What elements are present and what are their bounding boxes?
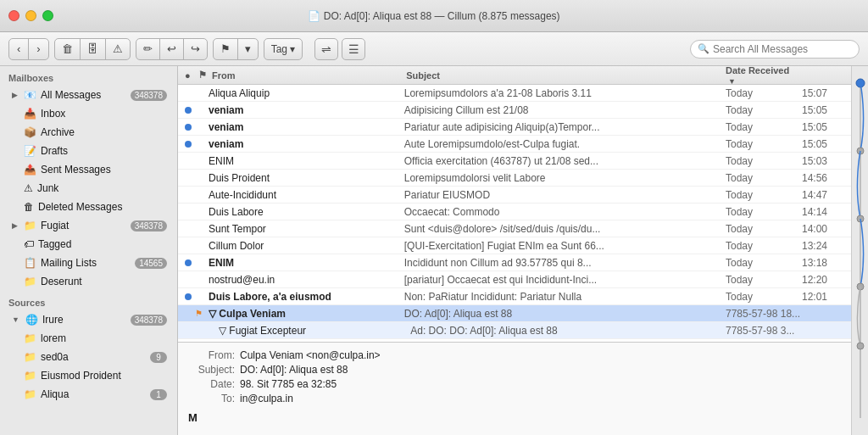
- time-cell: 14:14: [802, 206, 844, 218]
- sidebar-item-label: Mailing Lists: [41, 257, 131, 269]
- time-cell: 15:05: [802, 138, 844, 150]
- delete-button[interactable]: 🗑: [55, 39, 81, 59]
- nav-button-group: ‹ ›: [8, 38, 49, 60]
- search-bar[interactable]: 🔍: [690, 40, 860, 59]
- subject-cell: Loremipsumdolorsi velit Labore: [404, 172, 726, 184]
- email-row[interactable]: Cillum Dolor [QUI-Exercitation] Fugiat E…: [178, 237, 851, 254]
- expand-arrow-icon: ▶: [12, 91, 18, 99]
- time-cell: 12:01: [802, 291, 844, 303]
- sidebar-item-irure[interactable]: ▼ 🌐 Irure 348378: [3, 310, 174, 329]
- flag-button-group: ⚑ ▾: [213, 38, 259, 60]
- remote-button-1[interactable]: ⇌: [314, 38, 338, 60]
- date-cell: Today: [726, 172, 802, 184]
- sidebar-item-lorem[interactable]: 📁 lorem: [3, 329, 174, 348]
- subject-cell: [pariatur] Occaecat est qui Incididunt-I…: [404, 274, 726, 286]
- archive-icon: 📦: [24, 126, 36, 138]
- compose-button[interactable]: ✏: [136, 39, 160, 59]
- from-cell: veniam: [209, 121, 404, 133]
- sidebar-item-sed0a[interactable]: 📁 sed0a 9: [3, 348, 174, 366]
- email-row[interactable]: Duis Labore Occaecat: Commodo Today 14:1…: [178, 204, 851, 220]
- preview-to-field: To: in@culpa.in: [188, 393, 841, 404]
- email-row[interactable]: Duis Labore, a'a eiusmod Non: PaRiatur I…: [178, 288, 851, 305]
- sidebar-item-aliqua[interactable]: 📁 Aliqua 1: [3, 385, 174, 404]
- minimize-button[interactable]: [25, 10, 36, 21]
- forward-button[interactable]: ›: [29, 39, 47, 59]
- email-row[interactable]: Sunt Tempor Sunt <duis@dolore> /sit/sed/…: [178, 220, 851, 237]
- from-cell: ENIM: [209, 257, 404, 269]
- sidebar-item-label: Junk: [37, 182, 167, 194]
- email-row[interactable]: veniam Aute Loremipsumdolo/est-Culpa fug…: [178, 136, 851, 153]
- sidebar-item-tagged[interactable]: 🏷 Tagged: [3, 235, 174, 254]
- junk-button[interactable]: ⚠: [106, 39, 130, 59]
- email-row[interactable]: Aliqua Aliquip Loremipsumdolors a'a 21-0…: [178, 85, 851, 102]
- unread-indicator: [185, 141, 192, 148]
- toolbar: ‹ › 🗑 🗄 ⚠ ✏ ↩ ↪ ⚑ ▾ Tag ▾ ⇌ ☰ 🔍: [0, 32, 868, 66]
- subject-cell: Pariatur EIUSMOD: [404, 189, 726, 201]
- from-col-header[interactable]: From: [212, 70, 406, 81]
- sort-arrow-icon: ▼: [728, 77, 736, 86]
- from-cell: Duis Proident: [209, 172, 404, 184]
- email-row[interactable]: veniam Adipisicing Cillum est 21/08 Toda…: [178, 102, 851, 119]
- undo-button[interactable]: ↩: [160, 39, 184, 59]
- search-input[interactable]: [713, 43, 852, 55]
- email-row[interactable]: Duis Proident Loremipsumdolorsi velit La…: [178, 170, 851, 187]
- tag-button[interactable]: Tag ▾: [264, 38, 303, 60]
- date-col-header[interactable]: Date Received ▼: [726, 66, 802, 86]
- sidebar-item-deserunt[interactable]: 📁 Deserunt: [3, 272, 174, 291]
- scroll-timeline[interactable]: [851, 66, 868, 435]
- sidebar-item-all-messages[interactable]: ▶ 📧 All Messages 348378: [3, 86, 174, 104]
- sidebar-item-fugiat[interactable]: ▶ 📁 Fugiat 348378: [3, 216, 174, 235]
- email-row[interactable]: nostrud@eu.in [pariatur] Occaecat est qu…: [178, 271, 851, 288]
- preview-from-value: Culpa Veniam <non@culpa.in>: [240, 349, 381, 361]
- sidebar-item-drafts[interactable]: 📝 Drafts: [3, 142, 174, 160]
- window-title: 📄 DO: Ad[0]: Aliqua est 88 — Cillum (8.8…: [308, 10, 559, 22]
- aliqua-badge: 1: [150, 389, 167, 400]
- sidebar-item-junk[interactable]: ⚠ Junk: [3, 179, 174, 198]
- doc-icon: 📄: [308, 10, 323, 22]
- email-row[interactable]: ENIM Incididunt non Cillum ad 93.57785 q…: [178, 254, 851, 271]
- fugiat-icon: 📁: [24, 220, 36, 231]
- archive-button[interactable]: 🗄: [81, 39, 106, 59]
- flag-button[interactable]: ⚑: [214, 39, 238, 59]
- sidebar-item-label: Archive: [41, 126, 167, 138]
- time-cell: 12:20: [802, 274, 844, 286]
- remote-button-2[interactable]: ☰: [342, 38, 365, 60]
- subject-cell: Sunt <duis@dolore> /sit/sed/duis /quis/d…: [404, 223, 726, 235]
- sidebar-item-mailing-lists[interactable]: 📋 Mailing Lists 14565: [3, 254, 174, 272]
- preview-subject-value: DO: Ad[0]: Aliqua est 88: [240, 364, 348, 376]
- subject-cell: Adipisicing Cillum est 21/08: [404, 104, 726, 116]
- close-button[interactable]: [8, 10, 19, 21]
- preview-date-field: Date: 98. Sit 7785 ea 32:85: [188, 378, 841, 390]
- email-area: ● ⚑ From Subject Date Received ▼ Aliqua …: [178, 66, 851, 435]
- irure-icon: 🌐: [25, 314, 38, 326]
- date-cell: Today: [726, 189, 802, 201]
- email-row[interactable]: Aute-Incididunt Pariatur EIUSMOD Today 1…: [178, 187, 851, 204]
- time-cell: 14:56: [802, 172, 844, 184]
- sidebar-item-eiusmod-proident[interactable]: 📁 Eiusmod Proident: [3, 366, 174, 385]
- sidebar-item-archive[interactable]: 📦 Archive: [3, 123, 174, 142]
- sidebar-item-inbox[interactable]: 📥 Inbox: [3, 104, 174, 123]
- sent-icon: 📤: [24, 164, 36, 176]
- time-cell: 15:05: [802, 121, 844, 133]
- back-button[interactable]: ‹: [9, 39, 29, 59]
- date-cell: Today: [726, 291, 802, 303]
- unread-indicator: [185, 107, 192, 114]
- flag-dropdown-button[interactable]: ▾: [238, 39, 258, 59]
- unread-indicator: [185, 124, 192, 131]
- email-row[interactable]: veniam Pariatur aute adipisicing Aliquip…: [178, 119, 851, 136]
- email-row[interactable]: ENIM Officia exercitation (463787) ut 21…: [178, 153, 851, 170]
- redo-button[interactable]: ↪: [184, 39, 207, 59]
- sidebar-item-deleted-messages[interactable]: 🗑 Deleted Messages: [3, 198, 174, 216]
- email-list[interactable]: ● ⚑ From Subject Date Received ▼ Aliqua …: [178, 66, 851, 342]
- preview-date-label: Date:: [188, 378, 235, 390]
- sidebar-item-label: Irure: [42, 314, 126, 326]
- from-cell: Duis Labore, a'a eiusmod: [209, 291, 404, 303]
- tag-label: Tag: [271, 43, 287, 55]
- maximize-button[interactable]: [42, 10, 53, 21]
- sidebar-item-sent-messages[interactable]: 📤 Sent Messages: [3, 160, 174, 179]
- sidebar-item-label: Fugiat: [41, 220, 126, 231]
- subject-cell: [QUI-Exercitation] Fugiat ENIm ea Sunt 6…: [404, 240, 726, 252]
- email-row[interactable]: ▽ Fugiat Excepteur Ad: DO: DO: Ad[0]: Al…: [178, 322, 851, 339]
- email-row[interactable]: ⚑ ▽ Culpa Veniam DO: Ad[0]: Aliqua est 8…: [178, 305, 851, 322]
- sidebar-item-label: sed0a: [41, 351, 146, 363]
